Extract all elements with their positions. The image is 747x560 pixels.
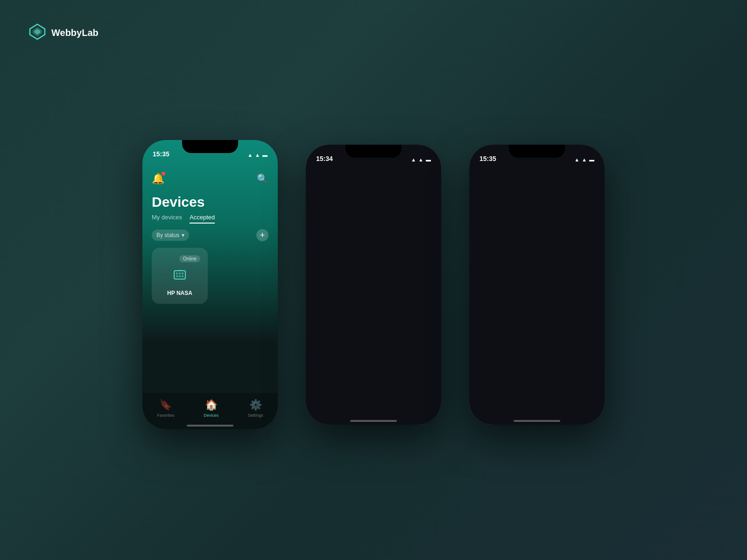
chevron-down-icon: ▾: [182, 232, 184, 238]
battery-icon: ▬: [589, 157, 594, 162]
logo-text: WebbyLab: [51, 28, 99, 38]
svg-rect-5: [179, 273, 181, 274]
phones-container: 15:35 ▲ ▲ ▬ 🔔 🔍 Devices: [142, 140, 605, 429]
p1-filter-row: By status ▾ +: [152, 229, 268, 241]
phone-1-status-icons: ▲ ▲ ▬: [247, 152, 268, 158]
favorites-icon: 🔖: [159, 399, 172, 411]
phone-1: 15:35 ▲ ▲ ▬ 🔔 🔍 Devices: [142, 140, 278, 429]
phone-2-inner: 15:34 ▲ ▲ ▬ ‹ HP NASA TEST ⚙ Main IO Sen…: [306, 145, 441, 425]
battery-icon: ▬: [426, 157, 431, 162]
bell-icon[interactable]: 🔔: [152, 173, 164, 185]
device-icon: [171, 266, 188, 286]
online-badge: Online: [179, 255, 200, 262]
phone-3-notch: [509, 145, 565, 158]
phone-3-inner: 15:35 ▲ ▲ ▬ ‹ HP NASA TEST ⚙ iFreongate …: [469, 145, 605, 425]
signal-icon: ▲: [574, 157, 579, 162]
phone-3: 15:35 ▲ ▲ ▬ ‹ HP NASA TEST ⚙ iFreongate …: [469, 145, 605, 425]
notification-dot: [162, 172, 165, 175]
nav-devices[interactable]: 🏠 Devices: [204, 399, 218, 418]
phone-3-background: [469, 145, 605, 425]
p1-topbar: 🔔 🔍: [152, 173, 268, 185]
svg-rect-6: [182, 273, 183, 274]
search-icon[interactable]: 🔍: [257, 173, 268, 184]
logo-icon: [28, 22, 47, 43]
phone-2-notch: [345, 145, 402, 158]
phone-2-background: [306, 145, 441, 425]
phone-3-time: 15:35: [479, 155, 496, 162]
battery-icon: ▬: [262, 152, 268, 158]
phone-2-status-icons: ▲ ▲ ▬: [411, 157, 431, 162]
wifi-icon: ▲: [582, 157, 587, 162]
nav-favorites[interactable]: 🔖 Favorites: [157, 399, 174, 418]
settings-icon: ⚙️: [249, 399, 262, 411]
phone-1-content: 🔔 🔍 Devices My devices Accepted By statu…: [142, 161, 278, 429]
p1-tabs: My devices Accepted: [152, 214, 268, 224]
nav-settings[interactable]: ⚙️ Settings: [248, 399, 263, 418]
svg-rect-4: [176, 273, 178, 274]
home-indicator: [187, 425, 233, 427]
phone-1-time: 15:35: [153, 150, 169, 158]
home-indicator-p3: [514, 420, 560, 422]
svg-rect-3: [174, 271, 185, 279]
phone-2: 15:34 ▲ ▲ ▬ ‹ HP NASA TEST ⚙ Main IO Sen…: [306, 145, 441, 425]
svg-rect-8: [179, 275, 181, 277]
svg-rect-9: [182, 275, 183, 277]
tab-my-devices[interactable]: My devices: [152, 214, 182, 224]
tab-accepted[interactable]: Accepted: [190, 214, 215, 224]
signal-icon: ▲: [411, 157, 416, 162]
signal-icon: ▲: [247, 152, 253, 158]
home-indicator-p2: [350, 420, 397, 422]
devices-label: Devices: [204, 413, 218, 418]
phone-3-status-icons: ▲ ▲ ▬: [574, 157, 594, 162]
devices-icon: 🏠: [205, 399, 218, 411]
favorites-label: Favorites: [157, 413, 174, 418]
add-device-button[interactable]: +: [256, 229, 268, 241]
bottom-nav: 🔖 Favorites 🏠 Devices ⚙️ Settings: [142, 392, 278, 429]
filter-label: By status: [156, 232, 179, 238]
svg-rect-7: [176, 275, 178, 277]
device-card-hp-nasa[interactable]: Online HP NASA: [152, 248, 208, 304]
devices-title: Devices: [152, 194, 268, 210]
device-name: HP NASA: [167, 290, 192, 296]
settings-label: Settings: [248, 413, 263, 418]
wifi-icon: ▲: [255, 152, 260, 158]
phone-2-time: 15:34: [316, 155, 333, 162]
filter-button[interactable]: By status ▾: [152, 230, 189, 241]
wifi-icon: ▲: [418, 157, 423, 162]
logo-area: WebbyLab: [28, 22, 99, 43]
phone-1-inner: 15:35 ▲ ▲ ▬ 🔔 🔍 Devices: [142, 140, 278, 429]
phone-1-notch: [182, 140, 238, 153]
